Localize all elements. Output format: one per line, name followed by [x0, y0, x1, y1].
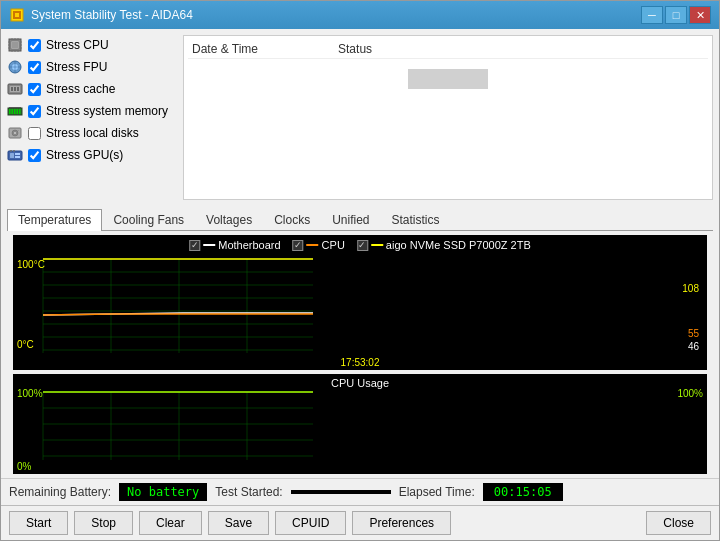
window-title: System Stability Test - AIDA64: [31, 8, 641, 22]
tab-voltages[interactable]: Voltages: [195, 209, 263, 230]
tab-cooling[interactable]: Cooling Fans: [102, 209, 195, 230]
close-window-button[interactable]: ✕: [689, 6, 711, 24]
temp-chart-legend: ✓ Motherboard ✓ CPU ✓ aigo NVMe SSD P700…: [189, 239, 531, 251]
tab-clocks[interactable]: Clocks: [263, 209, 321, 230]
main-window: System Stability Test - AIDA64 ─ □ ✕: [0, 0, 720, 541]
svg-rect-26: [17, 87, 19, 91]
battery-label: Remaining Battery:: [9, 485, 111, 499]
stress-fpu-item: Stress FPU: [7, 57, 177, 77]
stress-cpu-checkbox[interactable]: [28, 39, 41, 52]
svg-rect-31: [17, 109, 19, 114]
tab-temperatures[interactable]: Temperatures: [7, 209, 102, 231]
stress-gpu-checkbox-wrapper[interactable]: [28, 149, 41, 162]
cpu-right-label: 100%: [677, 388, 703, 399]
elapsed-value: 00:15:05: [483, 483, 563, 501]
svg-rect-30: [14, 109, 16, 114]
svg-rect-29: [12, 109, 14, 114]
stress-memory-item: Stress system memory: [7, 101, 177, 121]
save-button[interactable]: Save: [208, 511, 269, 535]
stress-disks-checkbox[interactable]: [28, 127, 41, 140]
svg-rect-40: [15, 153, 20, 155]
spacer: [457, 511, 640, 535]
main-content-area: Stress CPU Stress FPU: [1, 29, 719, 206]
svg-rect-28: [9, 109, 11, 114]
stop-button[interactable]: Stop: [74, 511, 133, 535]
titlebar: System Stability Test - AIDA64 ─ □ ✕: [1, 1, 719, 29]
temperature-chart: ✓ Motherboard ✓ CPU ✓ aigo NVMe SSD P700…: [13, 235, 707, 370]
svg-rect-2: [15, 13, 19, 17]
stress-fpu-checkbox-wrapper[interactable]: [28, 61, 41, 74]
temp-y-bottom: 0°C: [17, 339, 45, 350]
temp-right-55: 55: [688, 328, 699, 339]
memory-icon: [7, 103, 23, 119]
cpuid-button[interactable]: CPUID: [275, 511, 346, 535]
svg-rect-33: [9, 107, 21, 108]
stress-memory-checkbox-wrapper[interactable]: [28, 105, 41, 118]
svg-rect-37: [17, 130, 19, 131]
temp-chart-x-label: 17:53:02: [341, 357, 380, 368]
test-started-label: Test Started:: [215, 485, 282, 499]
battery-value: No battery: [119, 483, 207, 501]
cache-icon: [7, 81, 23, 97]
stress-cpu-label: Stress CPU: [46, 38, 109, 52]
stress-cache-item: Stress cache: [7, 79, 177, 99]
status-bar: Remaining Battery: No battery Test Start…: [1, 478, 719, 505]
svg-rect-32: [19, 109, 21, 114]
close-button[interactable]: Close: [646, 511, 711, 535]
stress-memory-checkbox[interactable]: [28, 105, 41, 118]
stress-cpu-checkbox-wrapper[interactable]: [28, 39, 41, 52]
minimize-button[interactable]: ─: [641, 6, 663, 24]
tab-statistics[interactable]: Statistics: [381, 209, 451, 230]
temp-chart-grid-svg: [13, 235, 313, 370]
legend-cpu-dot: [307, 244, 319, 246]
tabs-and-charts: Temperatures Cooling Fans Voltages Clock…: [7, 206, 713, 478]
stress-cache-label: Stress cache: [46, 82, 115, 96]
maximize-button[interactable]: □: [665, 6, 687, 24]
stress-fpu-label: Stress FPU: [46, 60, 107, 74]
tab-unified[interactable]: Unified: [321, 209, 380, 230]
cpu-chart-title: CPU Usage: [331, 377, 389, 389]
temp-right-108: 108: [682, 283, 699, 294]
stress-cache-checkbox-wrapper[interactable]: [28, 83, 41, 96]
log-body: [188, 59, 708, 195]
legend-nvme: ✓ aigo NVMe SSD P7000Z 2TB: [357, 239, 531, 251]
log-header: Date & Time Status: [188, 40, 708, 59]
cpu-y-top: 100%: [17, 388, 43, 399]
legend-nvme-label: aigo NVMe SSD P7000Z 2TB: [386, 239, 531, 251]
log-col-datetime: Date & Time: [192, 42, 258, 56]
stress-options-panel: Stress CPU Stress FPU: [7, 35, 177, 200]
action-bar: Start Stop Clear Save CPUID Preferences …: [1, 505, 719, 540]
stress-disks-item: Stress local disks: [7, 123, 177, 143]
temp-right-46: 46: [688, 341, 699, 352]
svg-point-36: [14, 132, 16, 134]
stress-disks-checkbox-wrapper[interactable]: [28, 127, 41, 140]
svg-rect-24: [11, 87, 13, 91]
svg-rect-39: [10, 153, 14, 158]
stress-memory-label: Stress system memory: [46, 104, 168, 118]
window-controls: ─ □ ✕: [641, 6, 711, 24]
test-started-value: [291, 490, 391, 494]
clear-button[interactable]: Clear: [139, 511, 202, 535]
svg-rect-42: [10, 150, 12, 152]
stress-gpu-label: Stress GPU(s): [46, 148, 123, 162]
cpu-icon: [7, 37, 23, 53]
stress-cache-checkbox[interactable]: [28, 83, 41, 96]
cpu-usage-chart: CPU Usage 100% 0% 100%: [13, 374, 707, 474]
preferences-button[interactable]: Preferences: [352, 511, 451, 535]
legend-cpu: ✓ CPU: [293, 239, 345, 251]
legend-motherboard-dot: [203, 244, 215, 246]
svg-rect-5: [12, 42, 18, 48]
start-button[interactable]: Start: [9, 511, 68, 535]
cpu-y-bottom: 0%: [17, 461, 31, 472]
svg-rect-25: [14, 87, 16, 91]
elapsed-label: Elapsed Time:: [399, 485, 475, 499]
app-icon: [9, 7, 25, 23]
svg-rect-43: [13, 150, 15, 152]
legend-cpu-label: CPU: [322, 239, 345, 251]
disk-icon: [7, 125, 23, 141]
stress-fpu-checkbox[interactable]: [28, 61, 41, 74]
stress-cpu-item: Stress CPU: [7, 35, 177, 55]
stress-gpu-checkbox[interactable]: [28, 149, 41, 162]
log-col-status: Status: [338, 42, 372, 56]
gpu-icon: [7, 147, 23, 163]
